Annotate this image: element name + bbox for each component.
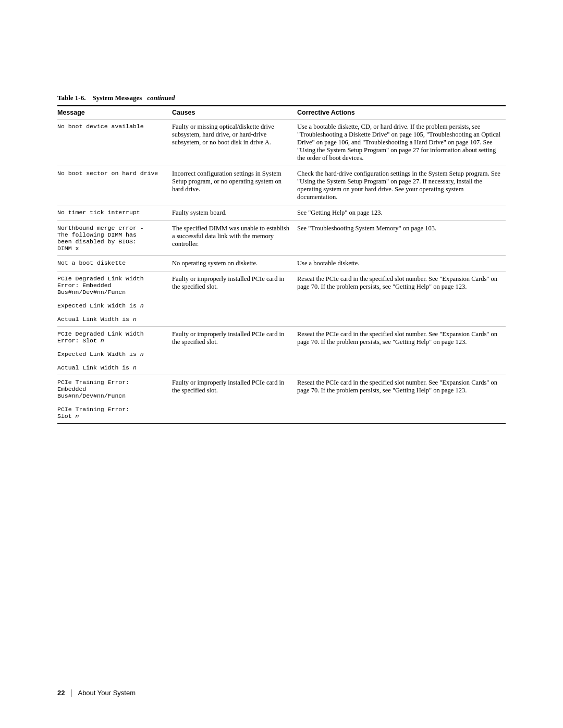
cell-corrective: See "Troubleshooting System Memory" on p… <box>297 221 506 256</box>
page: Table 1-6. System Messages continued Mes… <box>0 0 563 728</box>
cell-causes: Faulty system board. <box>172 205 297 221</box>
cell-message: PCIe Training Error:EmbeddedBus#nn/Dev#n… <box>57 375 172 424</box>
cell-message: No timer tick interrupt <box>57 205 172 221</box>
cell-corrective: Use a bootable diskette, CD, or hard dri… <box>297 119 506 166</box>
cell-message: Not a boot diskette <box>57 256 172 272</box>
page-number: 22 <box>57 689 65 697</box>
col-header-message: Message <box>57 106 172 119</box>
table-row: PCIe Degraded Link WidthError: EmbeddedB… <box>57 272 506 327</box>
caption-suffix: continued <box>147 94 175 102</box>
cell-corrective: Reseat the PCIe card in the specified sl… <box>297 375 506 424</box>
footer-divider <box>71 689 71 697</box>
table-row: No boot device availableFaulty or missin… <box>57 119 506 166</box>
cell-causes: Faulty or improperly installed PCIe card… <box>172 327 297 375</box>
cell-causes: The specified DIMM was unable to establi… <box>172 221 297 256</box>
table-caption: Table 1-6. System Messages continued <box>57 94 506 102</box>
table-row: No boot sector on hard driveIncorrect co… <box>57 166 506 205</box>
cell-message: PCIe Degraded Link WidthError: Slot nExp… <box>57 327 172 375</box>
cell-message: No boot sector on hard drive <box>57 166 172 205</box>
footer-text: About Your System <box>78 689 136 697</box>
cell-corrective: Use a bootable diskette. <box>297 256 506 272</box>
caption-label: System Messages <box>92 94 142 102</box>
cell-causes: No operating system on diskette. <box>172 256 297 272</box>
cell-message: Northbound merge error -The following DI… <box>57 221 172 256</box>
table-row: Not a boot disketteNo operating system o… <box>57 256 506 272</box>
col-header-causes: Causes <box>172 106 297 119</box>
col-header-corrective: Corrective Actions <box>297 106 506 119</box>
cell-causes: Faulty or improperly installed PCIe card… <box>172 272 297 327</box>
caption-prefix: Table 1-6. <box>57 94 85 102</box>
page-footer: 22 About Your System <box>57 689 506 697</box>
table-row: PCIe Degraded Link WidthError: Slot nExp… <box>57 327 506 375</box>
table-row: Northbound merge error -The following DI… <box>57 221 506 256</box>
cell-corrective: See "Getting Help" on page 123. <box>297 205 506 221</box>
cell-message: No boot device available <box>57 119 172 166</box>
cell-message: PCIe Degraded Link WidthError: EmbeddedB… <box>57 272 172 327</box>
table-row: No timer tick interruptFaulty system boa… <box>57 205 506 221</box>
cell-causes: Faulty or missing optical/diskette drive… <box>172 119 297 166</box>
table-header-row: Message Causes Corrective Actions <box>57 106 506 119</box>
cell-causes: Faulty or improperly installed PCIe card… <box>172 375 297 424</box>
system-messages-table: Message Causes Corrective Actions No boo… <box>57 105 506 424</box>
cell-corrective: Check the hard-drive configuration setti… <box>297 166 506 205</box>
table-row: PCIe Training Error:EmbeddedBus#nn/Dev#n… <box>57 375 506 424</box>
cell-causes: Incorrect configuration settings in Syst… <box>172 166 297 205</box>
cell-corrective: Reseat the PCIe card in the specified sl… <box>297 272 506 327</box>
cell-corrective: Reseat the PCIe card in the specified sl… <box>297 327 506 375</box>
